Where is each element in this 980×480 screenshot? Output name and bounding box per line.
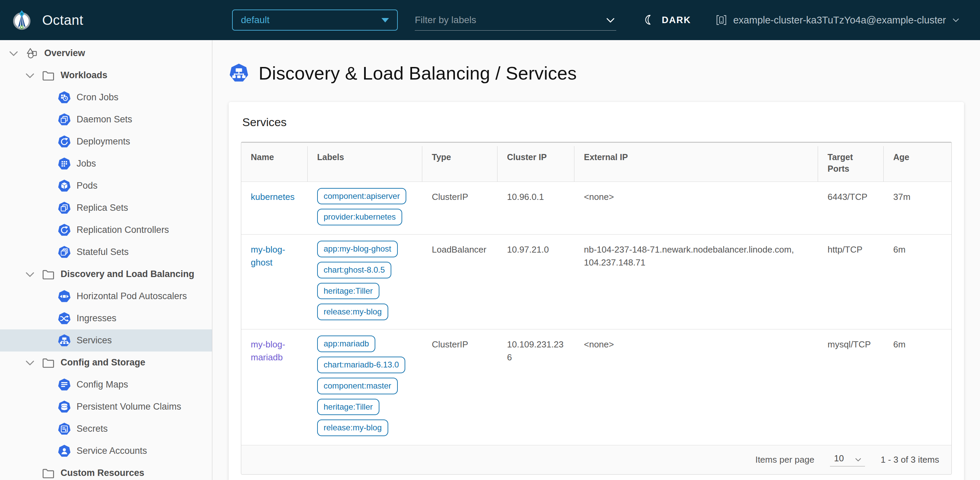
- sidebar-item-label: Jobs: [76, 158, 96, 169]
- table-row-my-blog-ghost: my-blog-ghostapp:my-blog-ghostchart:ghos…: [241, 234, 951, 329]
- label-badge: chart:ghost-8.0.5: [317, 262, 391, 279]
- table-row-my-blog-mariadb: my-blog-mariadbapp:mariadbchart:mariadb-…: [241, 329, 951, 445]
- sidebar-item-label: Config Maps: [76, 379, 128, 390]
- serviceaccount-icon: [57, 444, 71, 458]
- sidebar-item-label: Service Accounts: [76, 446, 147, 456]
- sidebar-item-label: Replication Controllers: [76, 225, 169, 235]
- service-name-link[interactable]: kubernetes: [251, 192, 295, 202]
- items-per-page-select[interactable]: 10: [830, 453, 865, 466]
- name-cell: my-blog-mariadb: [241, 330, 308, 445]
- label-badge: app:my-blog-ghost: [317, 241, 398, 257]
- cluster-icon: [715, 14, 728, 27]
- chevron-down-icon[interactable]: [24, 69, 36, 82]
- sidebar-item-label: Persistent Volume Claims: [76, 401, 181, 412]
- sidebar-item-cron-jobs[interactable]: Cron Jobs: [0, 86, 212, 108]
- app-shell: OverviewWorkloadsCron JobsDaemon SetsDep…: [0, 40, 980, 480]
- job-icon: [57, 157, 71, 171]
- table-footer: Items per page 10 1 - 3 of 3 items: [241, 445, 951, 474]
- service-name-link[interactable]: my-blog-mariadb: [251, 339, 285, 363]
- sidebar-item-ingresses[interactable]: Ingresses: [0, 307, 212, 330]
- name-cell: kubernetes: [241, 182, 308, 234]
- sidebar-item-custom-resources[interactable]: Custom Resources: [0, 462, 212, 480]
- sidebar-item-services[interactable]: Services: [0, 330, 212, 352]
- namespace-dropdown-value: default: [241, 14, 269, 25]
- type-cell: ClusterIP: [422, 330, 498, 445]
- pvc-icon: [57, 400, 71, 414]
- sidebar-item-daemon-sets[interactable]: Daemon Sets: [0, 108, 212, 130]
- sidebar-item-config-and-storage[interactable]: Config and Storage: [0, 352, 212, 374]
- external-ip-cell: <none>: [574, 182, 818, 234]
- folder-icon: [41, 268, 55, 281]
- top-bar: Octant default DARK example-cluster-ka3T…: [0, 0, 980, 40]
- sidebar-item-label: Cron Jobs: [76, 92, 118, 103]
- caret-down-icon: [382, 18, 389, 22]
- topbar-right: DARK example-cluster-ka3TuTzYo4a@example…: [642, 13, 980, 27]
- hpa-icon: [57, 290, 71, 303]
- chevron-down-icon[interactable]: [24, 356, 36, 369]
- sidebar-item-label: Secrets: [76, 424, 108, 434]
- secret-icon: [57, 422, 71, 436]
- sidebar-item-persistent-volume-claims[interactable]: Persistent Volume Claims: [0, 396, 212, 418]
- card-title: Services: [242, 116, 952, 129]
- deployment-icon: [57, 135, 71, 149]
- replicationcontroller-icon: [57, 223, 71, 237]
- chevron-down-icon[interactable]: [605, 14, 616, 26]
- sidebar-item-deployments[interactable]: Deployments: [0, 130, 212, 153]
- sidebar-item-replica-sets[interactable]: Replica Sets: [0, 197, 212, 219]
- column-header-cluster-ip: Cluster IP: [498, 143, 574, 182]
- sidebar-item-jobs[interactable]: Jobs: [0, 153, 212, 175]
- label-filter-input[interactable]: [415, 14, 605, 25]
- app-title: Octant: [42, 13, 83, 28]
- chevron-down-icon: [951, 16, 960, 24]
- labels-cell: app:mariadbchart:mariadb-6.13.0component…: [308, 330, 422, 445]
- sidebar-item-label: Discovery and Load Balancing: [60, 269, 194, 279]
- namespace-dropdown[interactable]: default: [232, 10, 398, 31]
- age-cell: 6m: [884, 330, 951, 445]
- cluster-selector[interactable]: example-cluster-ka3TuTzYo4a@example-clus…: [715, 14, 960, 27]
- ingress-icon: [57, 312, 71, 325]
- sidebar-item-label: Custom Resources: [60, 468, 144, 478]
- dark-theme-toggle[interactable]: DARK: [642, 13, 691, 27]
- sidebar-item-label: Deployments: [76, 136, 130, 147]
- sidebar-item-label: Overview: [44, 48, 85, 59]
- sidebar-item-secrets[interactable]: Secrets: [0, 418, 212, 440]
- items-per-page-label: Items per page: [756, 455, 814, 465]
- column-header-labels: Labels: [308, 143, 422, 182]
- label-badge: provider:kubernetes: [317, 209, 402, 225]
- service-name-link[interactable]: my-blog-ghost: [251, 244, 285, 268]
- sidebar-item-stateful-sets[interactable]: Stateful Sets: [0, 241, 212, 263]
- sidebar-item-overview[interactable]: Overview: [0, 42, 212, 64]
- configmap-icon: [57, 378, 71, 391]
- cluster-ip-cell: 10.97.21.0: [498, 234, 574, 329]
- age-cell: 6m: [884, 234, 951, 329]
- column-header-name: Name: [241, 143, 308, 182]
- page-title-text: Discovery & Load Balancing / Services: [259, 63, 577, 84]
- cluster-ip-cell: 10.109.231.236: [498, 330, 574, 445]
- sidebar-item-config-maps[interactable]: Config Maps: [0, 374, 212, 396]
- service-icon: [57, 334, 71, 347]
- pagination-range: 1 - 3 of 3 items: [881, 455, 939, 465]
- sidebar-item-label: Stateful Sets: [76, 247, 129, 257]
- sidebar-item-label: Horizontal Pod Autoscalers: [76, 291, 187, 301]
- moon-icon: [642, 13, 656, 27]
- chevron-down-icon[interactable]: [8, 47, 20, 60]
- brand: Octant: [0, 8, 212, 32]
- items-per-page-value: 10: [834, 453, 844, 464]
- folder-icon: [41, 356, 55, 369]
- folder-icon: [41, 466, 55, 480]
- label-badge: heritage:Tiller: [317, 399, 379, 415]
- sidebar-item-discovery-and-load-balancing[interactable]: Discovery and Load Balancing: [0, 263, 212, 285]
- sidebar-item-service-accounts[interactable]: Service Accounts: [0, 440, 212, 462]
- type-cell: ClusterIP: [422, 182, 498, 234]
- label-badge: release:my-blog: [317, 304, 388, 320]
- sidebar-item-horizontal-pod-autoscalers[interactable]: Horizontal Pod Autoscalers: [0, 285, 212, 307]
- type-cell: LoadBalancer: [422, 234, 498, 329]
- table-header-row: NameLabelsTypeCluster IPExternal IPTarge…: [241, 143, 951, 182]
- sidebar-item-pods[interactable]: Pods: [0, 175, 212, 197]
- name-cell: my-blog-ghost: [241, 234, 308, 329]
- column-header-type: Type: [422, 143, 498, 182]
- chevron-spacer: [24, 467, 36, 479]
- chevron-down-icon[interactable]: [24, 268, 36, 280]
- sidebar-item-workloads[interactable]: Workloads: [0, 64, 212, 86]
- sidebar-item-replication-controllers[interactable]: Replication Controllers: [0, 219, 212, 241]
